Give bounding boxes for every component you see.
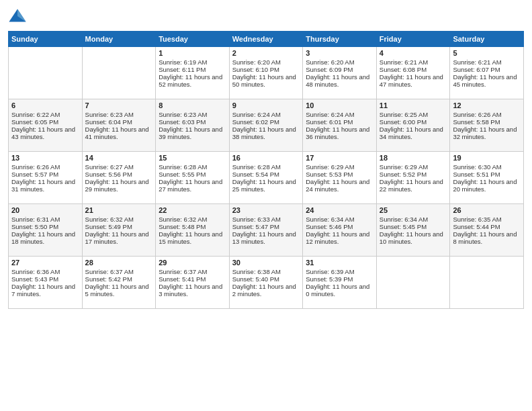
- sunset-text: Sunset: 6:02 PM: [232, 118, 300, 126]
- daylight-text: Daylight: 11 hours and 17 minutes.: [85, 230, 153, 245]
- day-number: 8: [159, 101, 226, 109]
- sunrise-text: Sunrise: 6:23 AM: [159, 111, 226, 118]
- sunset-text: Sunset: 6:01 PM: [306, 118, 373, 126]
- sunrise-text: Sunrise: 6:32 AM: [159, 216, 226, 223]
- sunset-text: Sunset: 5:57 PM: [11, 171, 79, 178]
- sunset-text: Sunset: 5:52 PM: [380, 171, 447, 178]
- day-number: 24: [306, 206, 373, 214]
- header-cell-saturday: Saturday: [450, 32, 524, 47]
- day-number: 25: [380, 206, 447, 214]
- sunrise-text: Sunrise: 6:20 AM: [232, 58, 300, 66]
- week-row-4: 27Sunrise: 6:36 AMSunset: 5:43 PMDayligh…: [9, 257, 524, 309]
- day-number: 11: [380, 101, 447, 109]
- daylight-text: Daylight: 11 hours and 18 minutes.: [11, 230, 79, 245]
- day-number: 16: [232, 154, 300, 162]
- calendar-cell: 6Sunrise: 6:22 AMSunset: 6:05 PMDaylight…: [9, 99, 83, 152]
- daylight-text: Daylight: 11 hours and 22 minutes.: [380, 178, 447, 193]
- daylight-text: Daylight: 11 hours and 3 minutes.: [159, 283, 226, 298]
- sunrise-text: Sunrise: 6:34 AM: [380, 216, 447, 223]
- daylight-text: Daylight: 11 hours and 48 minutes.: [306, 73, 373, 88]
- day-number: 5: [453, 49, 521, 57]
- daylight-text: Daylight: 11 hours and 2 minutes.: [232, 283, 300, 298]
- week-row-2: 13Sunrise: 6:26 AMSunset: 5:57 PMDayligh…: [9, 152, 524, 204]
- day-number: 10: [306, 101, 373, 109]
- calendar-cell: 26Sunrise: 6:35 AMSunset: 5:44 PMDayligh…: [450, 204, 524, 257]
- daylight-text: Daylight: 11 hours and 41 minutes.: [85, 126, 153, 140]
- daylight-text: Daylight: 11 hours and 15 minutes.: [159, 230, 226, 245]
- calendar-cell: 23Sunrise: 6:33 AMSunset: 5:47 PMDayligh…: [229, 204, 303, 257]
- sunrise-text: Sunrise: 6:39 AM: [306, 268, 373, 275]
- sunrise-text: Sunrise: 6:23 AM: [85, 111, 153, 118]
- sunrise-text: Sunrise: 6:37 AM: [85, 268, 153, 275]
- daylight-text: Daylight: 11 hours and 36 minutes.: [306, 126, 373, 140]
- sunrise-text: Sunrise: 6:35 AM: [453, 216, 521, 223]
- header-cell-friday: Friday: [376, 32, 450, 47]
- sunrise-text: Sunrise: 6:26 AM: [11, 163, 79, 171]
- calendar-cell: 17Sunrise: 6:29 AMSunset: 5:53 PMDayligh…: [303, 152, 377, 204]
- calendar-cell: 20Sunrise: 6:31 AMSunset: 5:50 PMDayligh…: [9, 204, 83, 257]
- sunset-text: Sunset: 5:46 PM: [306, 223, 373, 230]
- daylight-text: Daylight: 11 hours and 8 minutes.: [453, 230, 521, 245]
- sunset-text: Sunset: 5:45 PM: [380, 223, 447, 230]
- day-number: 3: [306, 49, 373, 57]
- day-number: 17: [306, 154, 373, 162]
- daylight-text: Daylight: 11 hours and 13 minutes.: [232, 230, 300, 245]
- calendar-cell: 3Sunrise: 6:20 AMSunset: 6:09 PMDaylight…: [303, 47, 377, 99]
- calendar-cell: 22Sunrise: 6:32 AMSunset: 5:48 PMDayligh…: [156, 204, 230, 257]
- header-cell-thursday: Thursday: [303, 32, 377, 47]
- daylight-text: Daylight: 11 hours and 50 minutes.: [232, 73, 300, 88]
- calendar-cell: 1Sunrise: 6:19 AMSunset: 6:11 PMDaylight…: [156, 47, 230, 99]
- daylight-text: Daylight: 11 hours and 31 minutes.: [11, 178, 79, 193]
- day-number: 26: [453, 206, 521, 214]
- daylight-text: Daylight: 11 hours and 27 minutes.: [159, 178, 226, 193]
- calendar-cell: 14Sunrise: 6:27 AMSunset: 5:56 PMDayligh…: [82, 152, 156, 204]
- calendar-cell: 15Sunrise: 6:28 AMSunset: 5:55 PMDayligh…: [156, 152, 230, 204]
- day-number: 28: [85, 259, 153, 267]
- day-number: 29: [159, 259, 226, 267]
- calendar-cell: 4Sunrise: 6:21 AMSunset: 6:08 PMDaylight…: [376, 47, 450, 99]
- sunrise-text: Sunrise: 6:29 AM: [306, 163, 373, 171]
- sunrise-text: Sunrise: 6:24 AM: [232, 111, 300, 118]
- calendar-cell: 5Sunrise: 6:21 AMSunset: 6:07 PMDaylight…: [450, 47, 524, 99]
- sunrise-text: Sunrise: 6:27 AM: [85, 163, 153, 171]
- sunset-text: Sunset: 6:08 PM: [380, 66, 447, 73]
- calendar-cell: 8Sunrise: 6:23 AMSunset: 6:03 PMDaylight…: [156, 99, 230, 152]
- day-number: 19: [453, 154, 521, 162]
- calendar-cell: 29Sunrise: 6:37 AMSunset: 5:41 PMDayligh…: [156, 257, 230, 309]
- calendar-cell: 9Sunrise: 6:24 AMSunset: 6:02 PMDaylight…: [229, 99, 303, 152]
- day-number: 21: [85, 206, 153, 214]
- calendar-cell: 11Sunrise: 6:25 AMSunset: 6:00 PMDayligh…: [376, 99, 450, 152]
- header-row: SundayMondayTuesdayWednesdayThursdayFrid…: [9, 32, 524, 47]
- sunrise-text: Sunrise: 6:20 AM: [306, 58, 373, 66]
- calendar-cell: 12Sunrise: 6:26 AMSunset: 5:58 PMDayligh…: [450, 99, 524, 152]
- sunset-text: Sunset: 5:44 PM: [453, 223, 521, 230]
- sunset-text: Sunset: 5:48 PM: [159, 223, 226, 230]
- calendar-cell: 2Sunrise: 6:20 AMSunset: 6:10 PMDaylight…: [229, 47, 303, 99]
- calendar-cell: 28Sunrise: 6:37 AMSunset: 5:42 PMDayligh…: [82, 257, 156, 309]
- calendar-cell: [450, 257, 524, 309]
- page: SundayMondayTuesdayWednesdayThursdayFrid…: [0, 0, 532, 411]
- header-cell-tuesday: Tuesday: [156, 32, 230, 47]
- sunrise-text: Sunrise: 6:28 AM: [159, 163, 226, 171]
- sunset-text: Sunset: 5:49 PM: [85, 223, 153, 230]
- daylight-text: Daylight: 11 hours and 25 minutes.: [232, 178, 300, 193]
- sunset-text: Sunset: 5:51 PM: [453, 171, 521, 178]
- sunset-text: Sunset: 6:09 PM: [306, 66, 373, 73]
- sunrise-text: Sunrise: 6:33 AM: [232, 216, 300, 223]
- sunrise-text: Sunrise: 6:32 AM: [85, 216, 153, 223]
- sunrise-text: Sunrise: 6:34 AM: [306, 216, 373, 223]
- week-row-0: 1Sunrise: 6:19 AMSunset: 6:11 PMDaylight…: [9, 47, 524, 99]
- sunset-text: Sunset: 5:55 PM: [159, 171, 226, 178]
- calendar-cell: [9, 47, 83, 99]
- sunset-text: Sunset: 5:54 PM: [232, 171, 300, 178]
- sunset-text: Sunset: 6:04 PM: [85, 118, 153, 126]
- sunset-text: Sunset: 5:42 PM: [85, 275, 153, 283]
- day-number: 18: [380, 154, 447, 162]
- calendar-cell: [82, 47, 156, 99]
- calendar-cell: 21Sunrise: 6:32 AMSunset: 5:49 PMDayligh…: [82, 204, 156, 257]
- sunset-text: Sunset: 6:10 PM: [232, 66, 300, 73]
- day-number: 20: [11, 206, 79, 214]
- daylight-text: Daylight: 11 hours and 38 minutes.: [232, 126, 300, 140]
- sunset-text: Sunset: 5:39 PM: [306, 275, 373, 283]
- daylight-text: Daylight: 11 hours and 52 minutes.: [159, 73, 226, 88]
